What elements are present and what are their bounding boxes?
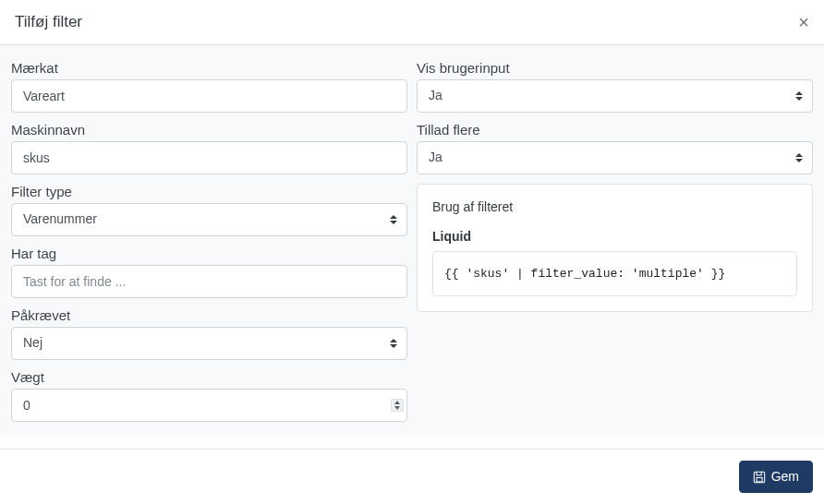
field-allow-multiple: Tillad flere Ja bbox=[417, 122, 813, 174]
modal-footer: Gem bbox=[0, 449, 824, 504]
select-tillad-flere[interactable]: Ja bbox=[417, 141, 813, 174]
save-icon bbox=[753, 471, 766, 484]
select-filter-type[interactable]: Varenummer bbox=[11, 203, 407, 236]
select-vis-brugerinput[interactable]: Ja bbox=[417, 79, 813, 113]
field-show-user-input: Vis brugerinput Ja bbox=[417, 60, 813, 113]
liquid-code: {{ 'skus' | filter_value: 'multiple' }} bbox=[432, 251, 797, 296]
label-filter-type: Filter type bbox=[11, 184, 407, 199]
label-tillad-flere: Tillad flere bbox=[417, 122, 813, 138]
right-column: Vis brugerinput Ja Tillad flere Ja Brug … bbox=[417, 60, 813, 422]
modal-title: Tilføj filter bbox=[15, 13, 82, 31]
label-har-tag: Har tag bbox=[11, 246, 407, 261]
chevron-up-icon bbox=[394, 401, 400, 404]
input-maerkat[interactable] bbox=[11, 79, 407, 113]
label-maerkat: Mærkat bbox=[11, 60, 407, 76]
liquid-label: Liquid bbox=[432, 229, 797, 244]
input-har-tag[interactable] bbox=[11, 265, 407, 298]
field-has-tag: Har tag bbox=[11, 246, 407, 298]
save-button-label: Gem bbox=[771, 467, 799, 486]
close-button[interactable]: × bbox=[798, 13, 809, 31]
close-icon: × bbox=[798, 12, 809, 32]
field-filter-type: Filter type Varenummer bbox=[11, 184, 407, 236]
filter-usage-card: Brug af filteret Liquid {{ 'skus' | filt… bbox=[417, 184, 813, 312]
label-paakraevet: Påkrævet bbox=[11, 307, 407, 323]
modal-header: Tilføj filter × bbox=[0, 0, 824, 45]
field-weight: Vægt bbox=[11, 369, 407, 422]
left-column: Mærkat Maskinnavn Filter type Varenummer… bbox=[11, 60, 407, 422]
save-button[interactable]: Gem bbox=[739, 461, 813, 493]
label-maskinnavn: Maskinnavn bbox=[11, 122, 407, 138]
input-vaegt[interactable] bbox=[11, 389, 407, 422]
label-vaegt: Vægt bbox=[11, 369, 407, 385]
field-required: Påkrævet Nej bbox=[11, 307, 407, 360]
input-maskinnavn[interactable] bbox=[11, 141, 407, 174]
field-machine-name: Maskinnavn bbox=[11, 122, 407, 174]
field-label: Mærkat bbox=[11, 60, 407, 113]
svg-rect-1 bbox=[757, 477, 762, 481]
usage-heading: Brug af filteret bbox=[432, 199, 797, 214]
chevron-down-icon bbox=[394, 406, 400, 410]
number-stepper[interactable] bbox=[391, 399, 404, 412]
select-paakraevet[interactable]: Nej bbox=[11, 327, 407, 360]
modal-body: Mærkat Maskinnavn Filter type Varenummer… bbox=[0, 45, 824, 437]
label-vis-brugerinput: Vis brugerinput bbox=[417, 60, 813, 76]
